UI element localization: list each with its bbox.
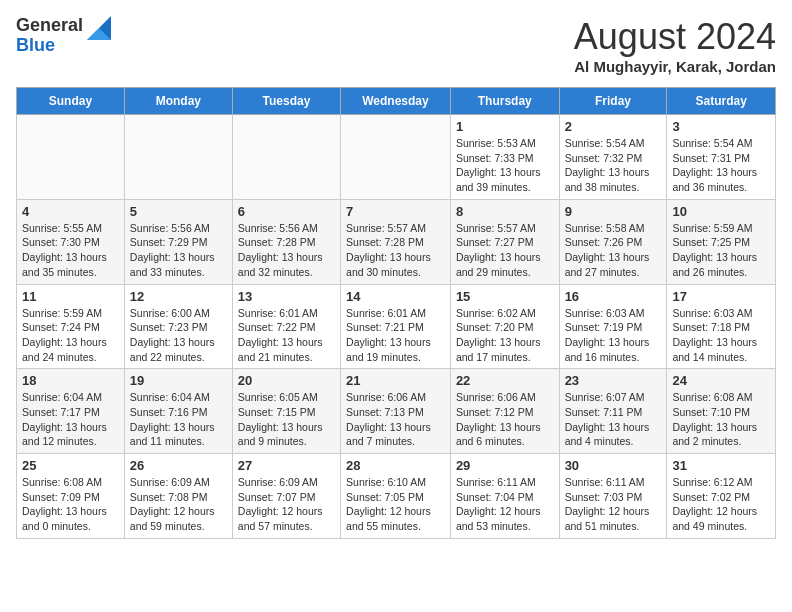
calendar-cell: 4Sunrise: 5:55 AM Sunset: 7:30 PM Daylig… [17,199,125,284]
day-number: 24 [672,373,770,388]
calendar-cell: 15Sunrise: 6:02 AM Sunset: 7:20 PM Dayli… [450,284,559,369]
day-info: Sunrise: 6:12 AM Sunset: 7:02 PM Dayligh… [672,475,770,534]
day-number: 27 [238,458,335,473]
day-number: 14 [346,289,445,304]
page-header: General Blue August 2024 Al Mughayyir, K… [16,16,776,75]
week-row-1: 1Sunrise: 5:53 AM Sunset: 7:33 PM Daylig… [17,115,776,200]
day-number: 23 [565,373,662,388]
day-info: Sunrise: 5:56 AM Sunset: 7:28 PM Dayligh… [238,221,335,280]
day-number: 30 [565,458,662,473]
calendar-cell: 3Sunrise: 5:54 AM Sunset: 7:31 PM Daylig… [667,115,776,200]
day-info: Sunrise: 6:08 AM Sunset: 7:09 PM Dayligh… [22,475,119,534]
month-title: August 2024 [574,16,776,58]
calendar-cell [341,115,451,200]
day-info: Sunrise: 5:57 AM Sunset: 7:27 PM Dayligh… [456,221,554,280]
logo-icon [87,16,111,40]
calendar-cell: 6Sunrise: 5:56 AM Sunset: 7:28 PM Daylig… [232,199,340,284]
day-number: 13 [238,289,335,304]
logo-text: General Blue [16,16,83,56]
calendar-cell: 21Sunrise: 6:06 AM Sunset: 7:13 PM Dayli… [341,369,451,454]
calendar-cell: 19Sunrise: 6:04 AM Sunset: 7:16 PM Dayli… [124,369,232,454]
calendar-cell: 31Sunrise: 6:12 AM Sunset: 7:02 PM Dayli… [667,454,776,539]
day-number: 20 [238,373,335,388]
calendar-cell: 25Sunrise: 6:08 AM Sunset: 7:09 PM Dayli… [17,454,125,539]
day-info: Sunrise: 5:55 AM Sunset: 7:30 PM Dayligh… [22,221,119,280]
calendar-cell: 26Sunrise: 6:09 AM Sunset: 7:08 PM Dayli… [124,454,232,539]
day-info: Sunrise: 6:07 AM Sunset: 7:11 PM Dayligh… [565,390,662,449]
day-number: 28 [346,458,445,473]
logo-general: General [16,16,83,36]
day-info: Sunrise: 6:05 AM Sunset: 7:15 PM Dayligh… [238,390,335,449]
day-info: Sunrise: 6:06 AM Sunset: 7:13 PM Dayligh… [346,390,445,449]
calendar-cell: 14Sunrise: 6:01 AM Sunset: 7:21 PM Dayli… [341,284,451,369]
calendar-cell: 8Sunrise: 5:57 AM Sunset: 7:27 PM Daylig… [450,199,559,284]
day-number: 6 [238,204,335,219]
day-info: Sunrise: 5:59 AM Sunset: 7:25 PM Dayligh… [672,221,770,280]
calendar-cell [17,115,125,200]
header-tuesday: Tuesday [232,88,340,115]
day-number: 15 [456,289,554,304]
day-number: 2 [565,119,662,134]
day-info: Sunrise: 6:03 AM Sunset: 7:19 PM Dayligh… [565,306,662,365]
week-row-5: 25Sunrise: 6:08 AM Sunset: 7:09 PM Dayli… [17,454,776,539]
day-number: 26 [130,458,227,473]
calendar-cell: 13Sunrise: 6:01 AM Sunset: 7:22 PM Dayli… [232,284,340,369]
day-number: 5 [130,204,227,219]
calendar-cell: 9Sunrise: 5:58 AM Sunset: 7:26 PM Daylig… [559,199,667,284]
location: Al Mughayyir, Karak, Jordan [574,58,776,75]
calendar-cell: 16Sunrise: 6:03 AM Sunset: 7:19 PM Dayli… [559,284,667,369]
calendar-cell: 5Sunrise: 5:56 AM Sunset: 7:29 PM Daylig… [124,199,232,284]
calendar-cell: 11Sunrise: 5:59 AM Sunset: 7:24 PM Dayli… [17,284,125,369]
header-monday: Monday [124,88,232,115]
calendar-cell: 24Sunrise: 6:08 AM Sunset: 7:10 PM Dayli… [667,369,776,454]
calendar-cell: 30Sunrise: 6:11 AM Sunset: 7:03 PM Dayli… [559,454,667,539]
header-thursday: Thursday [450,88,559,115]
day-info: Sunrise: 6:11 AM Sunset: 7:03 PM Dayligh… [565,475,662,534]
calendar-cell: 17Sunrise: 6:03 AM Sunset: 7:18 PM Dayli… [667,284,776,369]
day-info: Sunrise: 6:04 AM Sunset: 7:17 PM Dayligh… [22,390,119,449]
calendar-cell: 2Sunrise: 5:54 AM Sunset: 7:32 PM Daylig… [559,115,667,200]
day-info: Sunrise: 6:06 AM Sunset: 7:12 PM Dayligh… [456,390,554,449]
day-info: Sunrise: 6:09 AM Sunset: 7:08 PM Dayligh… [130,475,227,534]
calendar-cell [124,115,232,200]
day-info: Sunrise: 6:11 AM Sunset: 7:04 PM Dayligh… [456,475,554,534]
header-row: SundayMondayTuesdayWednesdayThursdayFrid… [17,88,776,115]
day-number: 4 [22,204,119,219]
day-number: 19 [130,373,227,388]
day-number: 8 [456,204,554,219]
header-sunday: Sunday [17,88,125,115]
day-number: 25 [22,458,119,473]
day-number: 10 [672,204,770,219]
calendar-cell: 7Sunrise: 5:57 AM Sunset: 7:28 PM Daylig… [341,199,451,284]
calendar-cell: 23Sunrise: 6:07 AM Sunset: 7:11 PM Dayli… [559,369,667,454]
day-number: 3 [672,119,770,134]
day-number: 1 [456,119,554,134]
calendar-cell [232,115,340,200]
day-number: 16 [565,289,662,304]
day-info: Sunrise: 5:59 AM Sunset: 7:24 PM Dayligh… [22,306,119,365]
day-number: 29 [456,458,554,473]
day-info: Sunrise: 6:02 AM Sunset: 7:20 PM Dayligh… [456,306,554,365]
week-row-4: 18Sunrise: 6:04 AM Sunset: 7:17 PM Dayli… [17,369,776,454]
day-info: Sunrise: 6:10 AM Sunset: 7:05 PM Dayligh… [346,475,445,534]
day-info: Sunrise: 6:09 AM Sunset: 7:07 PM Dayligh… [238,475,335,534]
calendar-cell: 29Sunrise: 6:11 AM Sunset: 7:04 PM Dayli… [450,454,559,539]
day-number: 22 [456,373,554,388]
calendar-cell: 1Sunrise: 5:53 AM Sunset: 7:33 PM Daylig… [450,115,559,200]
day-info: Sunrise: 5:57 AM Sunset: 7:28 PM Dayligh… [346,221,445,280]
day-info: Sunrise: 5:58 AM Sunset: 7:26 PM Dayligh… [565,221,662,280]
calendar-cell: 20Sunrise: 6:05 AM Sunset: 7:15 PM Dayli… [232,369,340,454]
calendar-cell: 22Sunrise: 6:06 AM Sunset: 7:12 PM Dayli… [450,369,559,454]
day-number: 9 [565,204,662,219]
day-info: Sunrise: 5:54 AM Sunset: 7:31 PM Dayligh… [672,136,770,195]
day-info: Sunrise: 6:08 AM Sunset: 7:10 PM Dayligh… [672,390,770,449]
day-number: 11 [22,289,119,304]
day-number: 7 [346,204,445,219]
logo-blue: Blue [16,36,83,56]
week-row-2: 4Sunrise: 5:55 AM Sunset: 7:30 PM Daylig… [17,199,776,284]
day-info: Sunrise: 5:53 AM Sunset: 7:33 PM Dayligh… [456,136,554,195]
header-friday: Friday [559,88,667,115]
header-wednesday: Wednesday [341,88,451,115]
day-number: 21 [346,373,445,388]
day-info: Sunrise: 5:54 AM Sunset: 7:32 PM Dayligh… [565,136,662,195]
